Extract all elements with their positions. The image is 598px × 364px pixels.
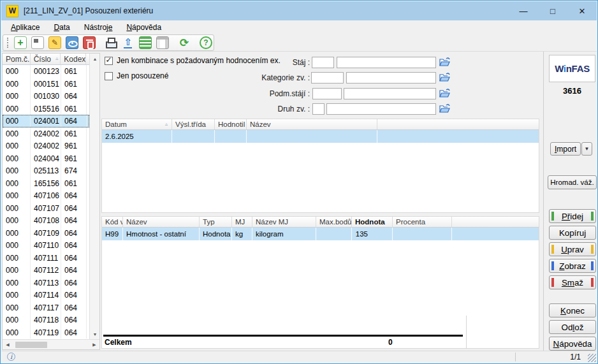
action-button[interactable]: Přidej	[549, 209, 596, 223]
druh-code-input[interactable]	[312, 103, 325, 115]
export-icon[interactable]	[122, 36, 135, 49]
table-row[interactable]: 000 024002 961	[3, 140, 89, 152]
table-row[interactable]: 000 000123 061	[3, 65, 89, 78]
column-header[interactable]: Číslo▵	[31, 54, 61, 64]
cell	[247, 130, 377, 143]
column-header[interactable]: Výsl.třída	[172, 119, 215, 129]
summary-value: 0	[388, 338, 393, 347]
import-button[interactable]: Import	[550, 142, 581, 156]
add-icon[interactable]	[14, 36, 27, 49]
table-row[interactable]: 000 407110 064	[3, 239, 89, 252]
action-button[interactable]: Smaž	[549, 275, 596, 289]
import-dropdown-button[interactable]: ▼	[581, 142, 592, 156]
cell: 000	[3, 227, 31, 240]
column-header[interactable]: MJ	[232, 217, 252, 227]
view-icon[interactable]	[66, 36, 78, 49]
table-row[interactable]: 000 024004 961	[3, 152, 89, 165]
toolbar-drag-handle[interactable]	[7, 38, 8, 48]
action-button[interactable]: Kopíruj	[549, 226, 596, 240]
open-folder-icon[interactable]	[439, 72, 451, 83]
table-row[interactable]: 000 001030 064	[3, 90, 89, 103]
table-row[interactable]: 000 407109 064	[3, 227, 89, 240]
footer-button[interactable]: Odlož	[549, 320, 596, 334]
table-row[interactable]: H99 Hmotnost - ostatní Hodnota kg kilogr…	[102, 228, 539, 240]
column-header[interactable]: Max.bodů	[316, 217, 352, 227]
column-header[interactable]	[377, 119, 539, 129]
column-header[interactable]: Typ	[200, 217, 232, 227]
action-button[interactable]: Uprav	[549, 242, 596, 256]
action-button[interactable]: Zobraz	[549, 259, 596, 273]
column-header[interactable]: Pom.č.	[3, 54, 31, 64]
table-row[interactable]: 2.6.2025	[102, 130, 539, 143]
podm-staj-name-input[interactable]	[344, 88, 436, 99]
kategorie-code-input[interactable]	[311, 72, 344, 84]
table-row[interactable]: 000 407117 064	[3, 302, 89, 314]
scroll-down-icon[interactable]: ▼	[90, 329, 100, 339]
kategorie-name-input[interactable]	[346, 72, 436, 84]
staj-name-input[interactable]	[337, 57, 436, 68]
table-row[interactable]: 000 015516 061	[3, 103, 89, 115]
rows-icon[interactable]	[139, 36, 152, 49]
help-icon[interactable]	[200, 36, 212, 49]
scrollbar-thumb[interactable]	[15, 342, 47, 348]
edit-icon[interactable]	[48, 36, 61, 49]
vertical-scrollbar[interactable]: ▲ ▼	[89, 54, 99, 339]
print-icon[interactable]	[105, 36, 117, 49]
scroll-right-icon[interactable]: ▶	[89, 340, 99, 350]
column-header[interactable]: Název	[123, 217, 200, 227]
resize-grip[interactable]	[588, 354, 596, 362]
table-row[interactable]: 000 024002 061	[3, 127, 89, 140]
table-row[interactable]: 000 407111 064	[3, 252, 89, 265]
table-row[interactable]: 000 407114 064	[3, 289, 89, 302]
staj-code-input[interactable]	[312, 57, 334, 68]
refresh-icon[interactable]	[178, 36, 191, 49]
close-button[interactable]: ✕	[567, 1, 597, 20]
menu-item[interactable]: Data	[47, 21, 77, 34]
column-header[interactable]: Kód vl.	[102, 217, 123, 227]
column-header[interactable]	[452, 217, 539, 227]
column-header[interactable]: Datum▵	[102, 119, 172, 129]
checkbox-required-rating[interactable]	[105, 57, 113, 65]
table-row[interactable]: 000 407108 064	[3, 214, 89, 227]
column-header[interactable]: Hodnotil	[215, 119, 247, 129]
column-header[interactable]: Procenta	[393, 217, 452, 227]
cell: 064	[61, 314, 87, 326]
column-header[interactable]: Název MJ	[252, 217, 316, 227]
scroll-left-icon[interactable]: ◀	[3, 340, 13, 350]
footer-buttons: Konec Odlož Nápověda	[549, 303, 596, 353]
table-row[interactable]: 000 407106 064	[3, 189, 89, 202]
column-header[interactable]: Název	[247, 119, 377, 129]
copy-icon[interactable]	[31, 36, 44, 49]
menu-item[interactable]: Nápověda	[119, 21, 168, 34]
table-row[interactable]: 000 407107 064	[3, 202, 89, 215]
table-row[interactable]: 000 025113 674	[3, 164, 89, 177]
delete-icon[interactable]	[83, 36, 96, 49]
menu-item[interactable]: Aplikace	[4, 21, 47, 34]
open-folder-icon[interactable]	[439, 57, 451, 68]
bulk-weighing-button[interactable]: Hromad. váž.	[548, 175, 597, 189]
column-header[interactable]: Kodex	[61, 54, 86, 64]
field-label: Kategorie zv. :	[245, 73, 310, 82]
open-folder-icon[interactable]	[439, 88, 451, 99]
table-row[interactable]: 000 024001 064	[3, 115, 89, 127]
table-row[interactable]: 000 407118 064	[3, 314, 89, 326]
minimize-button[interactable]: —	[509, 1, 538, 20]
druh-name-input[interactable]	[326, 103, 436, 115]
podm-staj-code-input[interactable]	[312, 88, 342, 99]
footer-button[interactable]: Konec	[549, 303, 596, 317]
maximize-button[interactable]: □	[538, 1, 567, 20]
horizontal-scrollbar[interactable]: ◀ ▶	[3, 339, 99, 349]
checkbox-only-assessed[interactable]	[105, 72, 113, 80]
footer-button[interactable]: Nápověda	[549, 337, 596, 351]
scroll-up-icon[interactable]: ▲	[90, 54, 100, 64]
menu-item[interactable]: Nástroje	[77, 21, 120, 34]
cell: 674	[61, 164, 87, 177]
table-row[interactable]: 000 407112 064	[3, 264, 89, 277]
open-folder-icon[interactable]	[439, 103, 451, 114]
table-row[interactable]: 000 407113 064	[3, 277, 89, 289]
table-row[interactable]: 000 407119 064	[3, 326, 89, 339]
table-row[interactable]: 000 165156 061	[3, 177, 89, 190]
panel-icon[interactable]	[156, 36, 169, 49]
column-header[interactable]: Hodnota	[352, 217, 393, 227]
table-row[interactable]: 000 000151 061	[3, 78, 89, 91]
